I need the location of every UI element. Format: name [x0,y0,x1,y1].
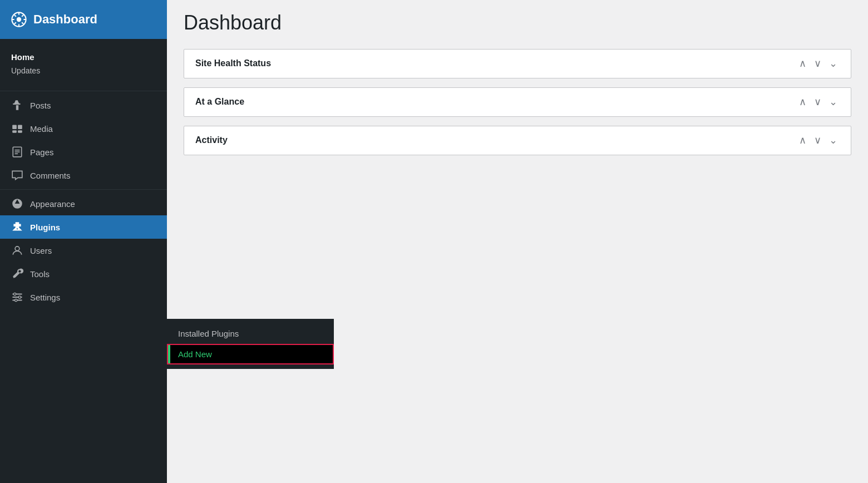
panel-site-health-title: Site Health Status [195,58,271,68]
panel-at-a-glance-title: At a Glance [195,97,244,107]
svg-rect-3 [18,125,22,129]
sidebar-item-updates[interactable]: Updates [0,64,167,82]
sidebar-posts-label: Posts [30,101,51,110]
appearance-icon [11,198,23,210]
sidebar-settings-label: Settings [30,293,60,302]
panels-container: Site Health Status ∧ ∨ ⌄ At a Glance ∧ ∨… [167,49,868,181]
sidebar-item-tools[interactable]: Tools [0,262,167,285]
sidebar-tools-label: Tools [30,269,50,279]
pages-icon [11,146,23,158]
panel-at-a-glance: At a Glance ∧ ∨ ⌄ [184,87,851,117]
panel-site-health-toggle[interactable]: ⌄ [827,57,840,70]
panel-activity-controls: ∧ ∨ ⌄ [797,134,840,146]
users-icon [11,244,23,257]
thumbtack-icon [11,99,23,111]
page-title: Dashboard [184,11,851,34]
sidebar-pages-label: Pages [30,147,54,157]
sidebar-plugins-label: Plugins [30,223,60,232]
panel-activity: Activity ∧ ∨ ⌄ [184,126,851,155]
svg-rect-5 [18,130,22,132]
panel-at-a-glance-down[interactable]: ∨ [812,96,823,108]
sidebar-item-settings[interactable]: Settings [0,285,167,309]
sidebar-item-plugins[interactable]: Plugins [0,215,167,239]
svg-rect-4 [12,130,17,132]
panel-at-a-glance-up[interactable]: ∧ [797,96,808,108]
panel-activity-title: Activity [195,135,228,145]
panel-site-health-up[interactable]: ∧ [797,57,808,70]
sidebar-item-pages[interactable]: Pages [0,140,167,164]
svg-rect-2 [12,125,17,129]
main-content: Dashboard Site Health Status ∧ ∨ ⌄ At a … [167,0,868,483]
panel-site-health: Site Health Status ∧ ∨ ⌄ [184,49,851,78]
sidebar-header[interactable]: Dashboard [0,0,167,39]
sidebar-appearance-label: Appearance [30,199,75,209]
svg-point-15 [18,296,21,298]
sidebar-item-posts[interactable]: Posts [0,93,167,117]
divider-2 [0,189,167,190]
sidebar-media-label: Media [30,124,53,134]
submenu-add-new[interactable]: Add New [167,344,334,364]
panel-activity-toggle[interactable]: ⌄ [827,134,840,146]
sidebar-item-comments[interactable]: Comments [0,164,167,187]
settings-icon [11,291,23,303]
panel-at-a-glance-header: At a Glance ∧ ∨ ⌄ [184,88,851,116]
panel-site-health-controls: ∧ ∨ ⌄ [797,57,840,70]
panel-activity-up[interactable]: ∧ [797,134,808,146]
svg-point-10 [15,247,19,251]
panel-activity-header: Activity ∧ ∨ ⌄ [184,126,851,155]
divider [0,91,167,91]
home-section: Home Updates [0,39,167,88]
sidebar-title: Dashboard [33,12,97,27]
panel-at-a-glance-controls: ∧ ∨ ⌄ [797,96,840,108]
sidebar-item-appearance[interactable]: Appearance [0,192,167,215]
plugins-submenu: Installed Plugins Add New [167,319,334,369]
comments-icon [11,169,23,181]
sidebar-item-users[interactable]: Users [0,239,167,262]
panel-site-health-down[interactable]: ∨ [812,57,823,70]
sidebar: Dashboard Home Updates Posts Media Pages [0,0,167,483]
sidebar-comments-label: Comments [30,171,71,180]
panel-at-a-glance-toggle[interactable]: ⌄ [827,96,840,108]
sidebar-item-home[interactable]: Home [0,46,167,64]
sidebar-item-media[interactable]: Media [0,117,167,140]
dashboard-icon [11,12,27,27]
plugins-icon [11,221,23,233]
tools-icon [11,268,23,280]
main-header: Dashboard [167,0,868,49]
panel-site-health-header: Site Health Status ∧ ∨ ⌄ [184,50,851,78]
svg-point-14 [13,293,16,295]
media-icon [11,122,23,135]
svg-point-1 [17,17,21,22]
sidebar-users-label: Users [30,246,52,255]
panel-activity-down[interactable]: ∨ [812,134,823,146]
svg-point-16 [15,299,17,301]
submenu-installed-plugins[interactable]: Installed Plugins [167,323,334,344]
